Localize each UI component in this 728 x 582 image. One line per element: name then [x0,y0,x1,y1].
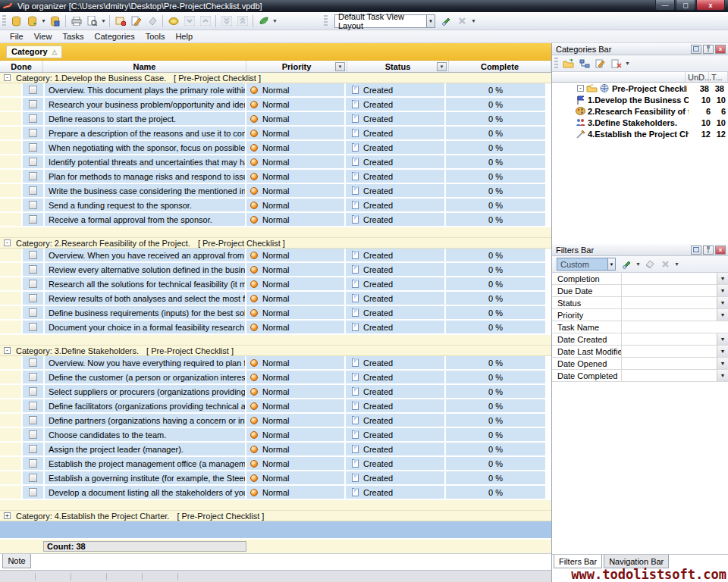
group-by-category-button[interactable]: Category △ [6,45,62,58]
done-cell[interactable] [21,141,43,154]
category-tree-item[interactable]: 1.Develop the Business Case.1010 [552,94,728,105]
task-name-cell[interactable]: Research your business problem/opportuni… [43,98,245,111]
task-name-cell[interactable]: Overview. Now you have everything requir… [43,356,245,369]
task-name-cell[interactable]: Select suppliers or procurers (organizat… [43,385,245,398]
complete-cell[interactable]: 0 % [444,263,545,276]
delete-category-button[interactable] [608,56,624,71]
done-cell[interactable] [21,321,43,333]
status-cell[interactable]: Created [344,249,444,261]
status-cell[interactable]: Created [344,428,444,441]
complete-cell[interactable]: 0 % [444,399,545,412]
complete-cell[interactable]: 0 % [444,155,545,168]
task-name-cell[interactable]: Overview. When you have received an appr… [43,249,245,261]
filter-dropdown-button[interactable]: ▼ [717,309,728,321]
complete-cell[interactable]: 0 % [444,457,545,470]
move-up-button[interactable] [197,14,213,29]
task-name-cell[interactable]: Define reasons to start the project. [43,112,245,125]
group-header-row[interactable]: -Category: 1.Develop the Business Case.[… [0,73,551,83]
task-name-cell[interactable]: Overview. This document plays the primar… [43,83,245,96]
task-checkbox[interactable] [29,129,37,137]
status-cell[interactable]: Created [344,184,444,197]
task-name-cell[interactable]: Document your choice in a formal feasibi… [43,321,245,333]
done-cell[interactable] [21,306,43,319]
panel-close-icon[interactable]: x [715,45,726,54]
status-cell[interactable]: Created [344,213,444,226]
priority-cell[interactable]: Normal [245,457,344,470]
done-cell[interactable] [21,371,43,383]
table-row[interactable]: Prepare a description of the reasons and… [0,127,551,141]
status-cell[interactable]: Created [344,277,444,290]
priority-cell[interactable]: Normal [245,141,344,154]
task-checkbox[interactable] [29,459,37,468]
done-cell[interactable] [21,199,43,211]
save-database-button[interactable] [47,14,63,29]
filter-value-input[interactable] [622,333,717,345]
group-header-row[interactable]: +Category: 4.Establish the Project Chart… [0,511,551,521]
status-cell[interactable]: Created [344,385,444,398]
filter-value-input[interactable] [622,346,717,357]
table-row[interactable]: Research all the solutions for technical… [0,277,551,292]
table-row[interactable]: Send a funding request to the sponsor.No… [0,199,551,213]
task-view-layout-dropdown[interactable]: ▼ [427,14,435,28]
collapse-icon[interactable]: - [4,347,11,354]
clear-filter-button[interactable] [642,257,657,272]
task-name-cell[interactable]: Research all the solutions for technical… [43,277,245,290]
complete-cell[interactable]: 0 % [444,414,545,427]
status-cell[interactable]: Created [344,356,444,369]
delete-layout-button[interactable] [454,14,470,29]
priority-cell[interactable]: Normal [245,199,344,211]
expand-icon[interactable]: + [4,512,11,519]
move-to-top-button[interactable] [234,14,250,29]
task-name-cell[interactable]: Develop a document listing all the stake… [43,486,245,499]
category-tree-item[interactable]: 3.Define Stakeholders.1010 [552,117,728,128]
category-tree-item[interactable]: -Pre-Project Checklist3838 [552,83,728,94]
table-row[interactable]: Select suppliers or procurers (organizat… [0,385,551,399]
print-overflow-dropdown[interactable]: ▼ [100,14,107,29]
table-row[interactable]: Overview. This document plays the primar… [0,83,551,98]
new-task-button[interactable] [112,14,128,29]
status-cell[interactable]: Created [344,155,444,168]
status-cell[interactable]: Created [344,371,444,383]
complete-cell[interactable]: 0 % [444,277,545,290]
menu-view[interactable]: View [29,31,58,42]
status-cell[interactable]: Created [344,457,444,470]
table-row[interactable]: Develop a document listing all the stake… [0,486,551,500]
complete-cell[interactable]: 0 % [444,486,545,499]
priority-cell[interactable]: Normal [245,184,344,197]
priority-cell[interactable]: Normal [245,292,344,305]
table-row[interactable]: Define business requirements (inputs) fo… [0,306,551,321]
complete-cell[interactable]: 0 % [444,471,545,484]
status-cell[interactable]: Created [344,443,444,455]
tab-note[interactable]: Note [2,554,31,568]
complete-cell[interactable]: 0 % [444,170,545,183]
task-checkbox[interactable] [29,251,37,259]
status-cell[interactable]: Created [344,170,444,183]
status-cell[interactable]: Created [344,414,444,427]
column-header-priority[interactable]: Priority▼ [246,61,347,72]
table-row[interactable]: Define partners (organizations having a … [0,414,551,428]
table-row[interactable]: Establish the project management office … [0,457,551,471]
filter-dropdown-button[interactable]: ▼ [717,346,728,357]
collapse-icon[interactable]: - [4,74,11,81]
done-cell[interactable] [21,213,43,226]
task-checkbox[interactable] [29,86,37,94]
done-cell[interactable] [21,399,43,412]
task-checkbox[interactable] [29,358,37,367]
layout-overflow-dropdown[interactable]: ▼ [470,14,477,29]
tree-collapse-icon[interactable]: - [577,85,584,92]
task-name-cell[interactable]: Define partners (organizations having a … [43,414,245,427]
table-row[interactable]: Write the business case considering the … [0,184,551,199]
done-cell[interactable] [21,277,43,290]
complete-cell[interactable]: 0 % [444,443,545,455]
panel-restore-icon[interactable] [691,45,701,54]
status-cell[interactable]: Created [344,127,444,139]
task-checkbox[interactable] [29,416,37,424]
table-row[interactable]: Define reasons to start the project.Norm… [0,112,551,127]
move-down-button[interactable] [181,14,197,29]
task-checkbox[interactable] [29,430,37,439]
done-cell[interactable] [21,184,43,197]
status-cell[interactable]: Created [344,199,444,211]
table-row[interactable]: Receive a formal approval from the spons… [0,213,551,227]
table-row[interactable]: Choose candidates to the team.NormalCrea… [0,428,551,443]
category-tree-item[interactable]: 2.Research Feasibility of the P66 [552,105,728,117]
